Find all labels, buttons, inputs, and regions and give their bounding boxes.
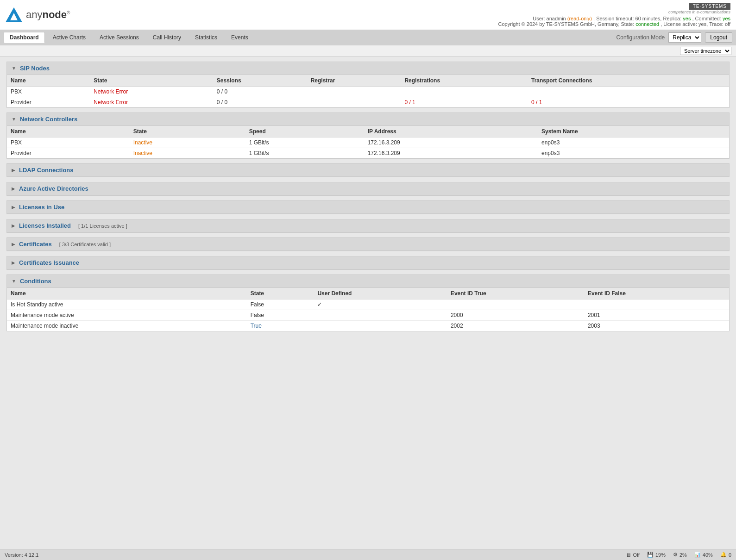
- azure-title: Azure Active Directories: [19, 185, 88, 192]
- cond-row2-state: False: [247, 310, 314, 321]
- cond-row3-event-true: 2002: [447, 321, 584, 331]
- cert-issuance-header[interactable]: ▶ Certificates Issuance: [7, 256, 729, 269]
- sip-nodes-header[interactable]: ▼ SIP Nodes: [7, 62, 729, 75]
- li-chevron: ▶: [12, 223, 15, 228]
- cond-col-userdefined: User Defined: [314, 288, 447, 299]
- ldap-header[interactable]: ▶ LDAP Connections: [7, 164, 729, 177]
- sip-row1-registrations: [401, 87, 528, 97]
- nc-title: Network Controllers: [20, 116, 77, 123]
- network-controllers-header[interactable]: ▼ Network Controllers: [7, 113, 729, 126]
- cond-col-event-false: Event ID False: [584, 288, 729, 299]
- nc-col-state: State: [130, 126, 245, 137]
- header-info: User: anadmin (read-only) , Session time…: [498, 16, 730, 21]
- li-title: Licenses Installed: [19, 222, 71, 229]
- sip-nodes-chevron: ▼: [12, 66, 16, 71]
- logo-area: anynode®: [6, 6, 70, 23]
- tab-active-sessions[interactable]: Active Sessions: [94, 32, 145, 43]
- table-row: Provider Inactive 1 GBit/s 172.16.3.209 …: [7, 148, 729, 159]
- sip-col-transport: Transport Connections: [528, 75, 729, 87]
- nc-col-speed: Speed: [245, 126, 364, 137]
- liu-chevron: ▶: [12, 205, 15, 210]
- nav-right: Configuration Mode Replica Logout: [616, 32, 732, 43]
- nc-row1-name: PBX: [7, 137, 130, 148]
- sip-nodes-title: SIP Nodes: [20, 65, 50, 72]
- table-row: PBX Inactive 1 GBit/s 172.16.3.209 enp0s…: [7, 137, 729, 148]
- cond-col-name: Name: [7, 288, 247, 299]
- cert-title: Certificates: [19, 241, 52, 248]
- conditions-title: Conditions: [20, 278, 51, 285]
- nc-row2-name: Provider: [7, 148, 130, 159]
- conditions-header[interactable]: ▼ Conditions: [7, 275, 729, 288]
- licenses-installed-section: ▶ Licenses Installed [ 1/1 Licenses acti…: [6, 219, 730, 233]
- cond-row2-userdefined: [314, 310, 447, 321]
- table-row: Maintenance mode active False 2000 2001: [7, 310, 729, 321]
- tab-dashboard[interactable]: Dashboard: [4, 32, 45, 43]
- nc-row1-state: Inactive: [130, 137, 245, 148]
- cond-row2-name: Maintenance mode active: [7, 310, 247, 321]
- header: anynode® TE·SYSTEMS competence in e-comm…: [0, 0, 736, 30]
- sip-row2-registrar: [307, 97, 401, 108]
- cond-row1-event-false: [584, 299, 729, 310]
- ci-chevron: ▶: [12, 260, 15, 265]
- cond-row3-userdefined: [314, 321, 447, 331]
- tab-statistics[interactable]: Statistics: [189, 32, 223, 43]
- sip-row1-name: PBX: [7, 87, 90, 97]
- tab-call-history[interactable]: Call History: [147, 32, 187, 43]
- liu-title: Licenses in Use: [19, 204, 64, 211]
- timezone-bar: Server timezone: [0, 45, 736, 57]
- cert-badge: [ 3/3 Certificates valid ]: [59, 242, 111, 247]
- nc-row1-sysname: enp0s3: [538, 137, 729, 148]
- nc-chevron: ▼: [12, 117, 16, 122]
- azure-section: ▶ Azure Active Directories: [6, 182, 730, 196]
- nc-row2-ip: 172.16.3.209: [364, 148, 538, 159]
- nc-body: Name State Speed IP Address System Name …: [7, 126, 729, 158]
- tab-events[interactable]: Events: [225, 32, 254, 43]
- nc-row2-sysname: enp0s3: [538, 148, 729, 159]
- sip-row1-state: Network Error: [90, 87, 213, 97]
- table-row: PBX Network Error 0 / 0: [7, 87, 729, 97]
- nav-bar: Dashboard Active Charts Active Sessions …: [0, 30, 736, 45]
- conditions-chevron: ▼: [12, 279, 16, 284]
- cond-col-state: State: [247, 288, 314, 299]
- sip-col-state: State: [90, 75, 213, 87]
- header-right: TE·SYSTEMS competence in e-communication…: [498, 3, 730, 27]
- cond-row1-userdefined: ✓: [314, 299, 447, 310]
- logout-button[interactable]: Logout: [705, 32, 732, 43]
- sip-row2-sessions: 0 / 0: [213, 97, 307, 108]
- certificates-header[interactable]: ▶ Certificates [ 3/3 Certificates valid …: [7, 238, 729, 251]
- licenses-installed-header[interactable]: ▶ Licenses Installed [ 1/1 Licenses acti…: [7, 219, 729, 232]
- timezone-select[interactable]: Server timezone: [680, 47, 731, 55]
- table-row: Maintenance mode inactive True 2002 2003: [7, 321, 729, 331]
- conditions-section: ▼ Conditions Name State User Defined Eve…: [6, 274, 730, 331]
- licenses-in-use-section: ▶ Licenses in Use: [6, 200, 730, 214]
- tab-active-charts[interactable]: Active Charts: [47, 32, 92, 43]
- header-copyright: Copyright © 2024 by TE-SYSTEMS GmbH, Ger…: [498, 21, 730, 27]
- nc-table: Name State Speed IP Address System Name …: [7, 126, 729, 158]
- sip-row1-transport: [528, 87, 729, 97]
- sip-row2-transport: 0 / 1: [528, 97, 729, 108]
- sip-col-name: Name: [7, 75, 90, 87]
- table-row: Provider Network Error 0 / 0 0 / 1 0 / 1: [7, 97, 729, 108]
- nc-col-sysname: System Name: [538, 126, 729, 137]
- cond-row3-state: True: [247, 321, 314, 331]
- cond-row2-event-false: 2001: [584, 310, 729, 321]
- cert-chevron: ▶: [12, 242, 15, 247]
- cond-row1-name: Is Hot Standby active: [7, 299, 247, 310]
- te-systems-badge: TE·SYSTEMS competence in e-communication…: [498, 3, 730, 14]
- sip-col-sessions: Sessions: [213, 75, 307, 87]
- nc-col-ip: IP Address: [364, 126, 538, 137]
- ldap-chevron: ▶: [12, 168, 15, 173]
- nc-row1-speed: 1 GBit/s: [245, 137, 364, 148]
- sip-nodes-table: Name State Sessions Registrar Registrati…: [7, 75, 729, 107]
- logo-icon: [6, 6, 22, 23]
- certificates-section: ▶ Certificates [ 3/3 Certificates valid …: [6, 237, 730, 251]
- table-row: Is Hot Standby active False ✓: [7, 299, 729, 310]
- conditions-table: Name State User Defined Event ID True Ev…: [7, 288, 729, 331]
- azure-header[interactable]: ▶ Azure Active Directories: [7, 182, 729, 195]
- li-badge: [ 1/1 Licenses active ]: [78, 223, 127, 229]
- config-mode-select[interactable]: Replica: [668, 32, 701, 43]
- licenses-in-use-header[interactable]: ▶ Licenses in Use: [7, 201, 729, 214]
- cond-row3-event-false: 2003: [584, 321, 729, 331]
- cond-row1-event-true: [447, 299, 584, 310]
- logo-text: anynode®: [26, 9, 70, 21]
